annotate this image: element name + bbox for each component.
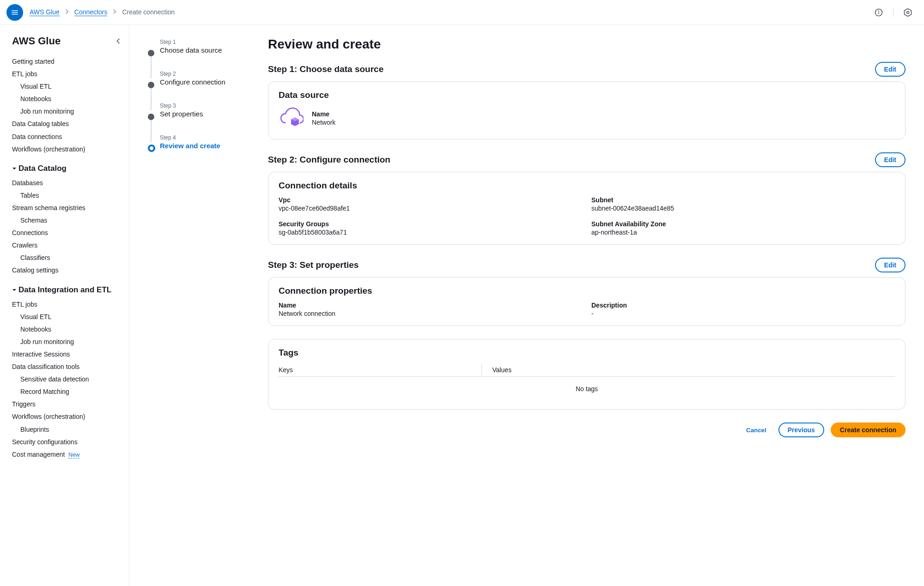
tags-table: Keys Values bbox=[279, 363, 895, 377]
topbar-right bbox=[874, 7, 913, 18]
sg-label: Security Groups bbox=[279, 220, 582, 228]
edit-step1-button[interactable]: Edit bbox=[875, 62, 906, 77]
card-title: Data source bbox=[279, 90, 895, 100]
hamburger-icon bbox=[11, 8, 19, 17]
data-source-row: Name Network bbox=[279, 106, 895, 131]
breadcrumb-item-current: Create connection bbox=[122, 8, 175, 16]
nav-job-run-monitoring-2[interactable]: Job run monitoring bbox=[12, 336, 124, 348]
nav-section-data-catalog[interactable]: Data Catalog bbox=[12, 162, 124, 175]
nav-data-connections[interactable]: Data connections bbox=[12, 131, 124, 143]
sidebar-collapse-button[interactable] bbox=[112, 35, 124, 47]
section-head-step2: Step 2: Configure connection Edit bbox=[268, 152, 906, 167]
step-number: Step 1 bbox=[160, 39, 254, 45]
settings-button[interactable] bbox=[903, 7, 913, 18]
nav-etl-jobs-2[interactable]: ETL jobs bbox=[12, 298, 124, 311]
prop-name-value: Network connection bbox=[279, 310, 582, 317]
sidebar-title: AWS Glue bbox=[12, 35, 61, 47]
svg-marker-3 bbox=[905, 8, 912, 16]
create-connection-button[interactable]: Create connection bbox=[831, 423, 906, 437]
breadcrumb: AWS Glue Connectors Create connection bbox=[30, 8, 175, 17]
nav-data-classification[interactable]: Data classification tools bbox=[12, 361, 124, 373]
step-number: Step 2 bbox=[160, 71, 254, 77]
nav-tables[interactable]: Tables bbox=[12, 189, 124, 202]
prop-desc-label: Description bbox=[591, 302, 895, 309]
nav-workflows-orch-2[interactable]: Workflows (orchestration) bbox=[12, 411, 124, 423]
nav-job-run-monitoring[interactable]: Job run monitoring bbox=[12, 105, 124, 118]
sg-value: sg-0ab5f1b58003a6a71 bbox=[279, 229, 582, 236]
network-icon bbox=[279, 106, 304, 131]
nav-visual-etl[interactable]: Visual ETL bbox=[12, 80, 124, 93]
nav-section-di-etl[interactable]: Data Integration and ETL bbox=[12, 284, 124, 296]
step-1[interactable]: Step 1 Choose data source bbox=[148, 39, 254, 54]
nav-databases[interactable]: Databases bbox=[12, 177, 124, 189]
page-title: Review and create bbox=[268, 37, 906, 52]
step-4[interactable]: Step 4 Review and create bbox=[148, 134, 254, 150]
nav-security-config[interactable]: Security configurations bbox=[12, 436, 124, 448]
section-title: Step 1: Choose data source bbox=[268, 64, 383, 74]
nav-item-label: Cost management bbox=[12, 451, 65, 458]
section-title: Step 2: Configure connection bbox=[268, 155, 390, 165]
nav-triggers[interactable]: Triggers bbox=[12, 398, 124, 411]
step-2[interactable]: Step 2 Configure connection bbox=[148, 71, 254, 86]
tags-col-values: Values bbox=[482, 363, 895, 377]
card-data-source: Data source Name Network bbox=[268, 81, 906, 139]
section-title: Step 3: Set properties bbox=[268, 260, 359, 270]
info-icon bbox=[874, 8, 883, 17]
card-connection-properties: Connection properties Name Network conne… bbox=[268, 277, 906, 326]
breadcrumb-item-glue[interactable]: AWS Glue bbox=[30, 8, 60, 17]
subnet-label: Subnet bbox=[591, 196, 895, 204]
tags-col-keys: Keys bbox=[279, 363, 482, 377]
card-title: Connection properties bbox=[279, 286, 895, 296]
nav-section-label: Data Catalog bbox=[18, 162, 67, 175]
nav-catalog-settings[interactable]: Catalog settings bbox=[12, 264, 124, 277]
card-tags: Tags Keys Values No tags bbox=[268, 339, 906, 410]
nav-blueprints[interactable]: Blueprints bbox=[12, 423, 124, 436]
topbar: AWS Glue Connectors Create connection bbox=[0, 0, 924, 25]
nav-notebooks-2[interactable]: Notebooks bbox=[12, 323, 124, 336]
sidebar-header: AWS Glue bbox=[12, 35, 124, 47]
sidenav: Getting started ETL jobs Visual ETL Note… bbox=[12, 55, 124, 461]
step-number: Step 4 bbox=[160, 134, 254, 141]
menu-toggle-button[interactable] bbox=[6, 4, 23, 21]
section-head-step3: Step 3: Set properties Edit bbox=[268, 258, 906, 272]
topbar-left: AWS Glue Connectors Create connection bbox=[6, 4, 175, 21]
new-badge: New bbox=[68, 452, 79, 459]
step-title: Review and create bbox=[160, 142, 254, 150]
edit-step3-button[interactable]: Edit bbox=[875, 258, 906, 272]
step-title: Configure connection bbox=[160, 78, 254, 86]
nav-crawlers[interactable]: Crawlers bbox=[12, 239, 124, 252]
nav-cost-management[interactable]: Cost management New bbox=[12, 448, 124, 461]
cancel-button[interactable]: Cancel bbox=[741, 424, 772, 436]
ds-name-label: Name bbox=[312, 110, 335, 118]
az-label: Subnet Availability Zone bbox=[591, 220, 895, 228]
nav-getting-started[interactable]: Getting started bbox=[12, 55, 124, 68]
nav-interactive-sessions[interactable]: Interactive Sessions bbox=[12, 348, 124, 361]
main-content: Review and create Step 1: Choose data so… bbox=[263, 25, 924, 586]
nav-schemas[interactable]: Schemas bbox=[12, 214, 124, 227]
nav-notebooks[interactable]: Notebooks bbox=[12, 93, 124, 105]
edit-step2-button[interactable]: Edit bbox=[875, 152, 906, 167]
caret-down-icon bbox=[12, 288, 17, 292]
divider bbox=[893, 8, 894, 17]
step-number: Step 3 bbox=[160, 103, 254, 109]
nav-classifiers[interactable]: Classifiers bbox=[12, 252, 124, 264]
ds-name-value: Network bbox=[312, 119, 335, 126]
nav-sensitive-data[interactable]: Sensitive data detection bbox=[12, 373, 124, 386]
previous-button[interactable]: Previous bbox=[778, 423, 824, 437]
vpc-value: vpc-08ee7ce60ed98afe1 bbox=[279, 205, 582, 212]
chevron-left-icon bbox=[115, 38, 122, 44]
nav-visual-etl-2[interactable]: Visual ETL bbox=[12, 311, 124, 323]
nav-etl-jobs[interactable]: ETL jobs bbox=[12, 68, 124, 80]
info-button[interactable] bbox=[874, 7, 884, 18]
nav-connections[interactable]: Connections bbox=[12, 227, 124, 239]
vpc-label: Vpc bbox=[279, 196, 582, 204]
breadcrumb-item-connectors[interactable]: Connectors bbox=[74, 8, 108, 17]
step-3[interactable]: Step 3 Set properties bbox=[148, 103, 254, 118]
nav-workflows-orch[interactable]: Workflows (orchestration) bbox=[12, 143, 124, 156]
nav-data-catalog-tables[interactable]: Data Catalog tables bbox=[12, 118, 124, 130]
subnet-value: subnet-00624e38aead14e85 bbox=[591, 205, 895, 212]
settings-icon bbox=[903, 8, 912, 17]
nav-record-matching[interactable]: Record Matching bbox=[12, 386, 124, 398]
section-head-step1: Step 1: Choose data source Edit bbox=[268, 62, 906, 77]
nav-stream-schema[interactable]: Stream schema registries bbox=[12, 202, 124, 214]
